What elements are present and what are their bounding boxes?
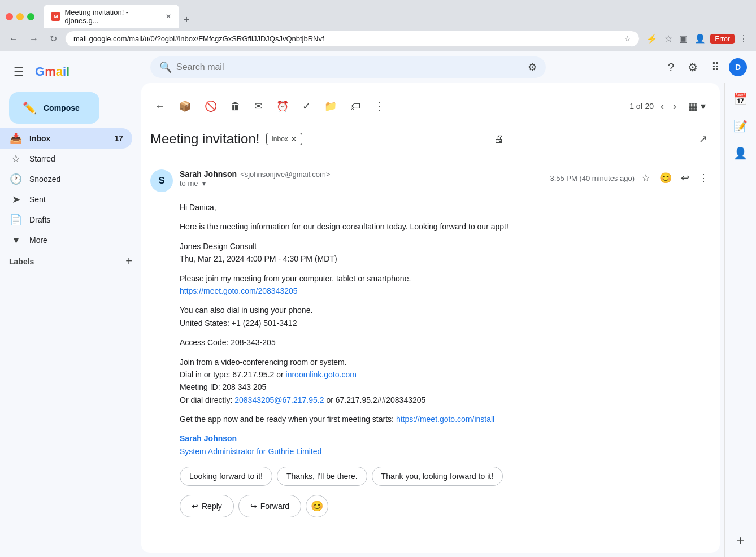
forward-label: Forward (260, 502, 289, 511)
labels-title: Labels (9, 257, 125, 266)
calendar-sidebar-icon[interactable]: 📅 (729, 88, 752, 110)
sidebar: ☰ Gmail ✏️ Compose 📥 Inbox 17 ☆ Starred (0, 51, 141, 557)
action-buttons: ↩ Reply ↪ Forward 😊 (150, 495, 711, 517)
smart-reply-1[interactable]: Looking forward to it! (180, 467, 272, 486)
labels-add-btn[interactable]: + (125, 255, 132, 268)
print-btn[interactable]: 🖨 (490, 130, 507, 149)
search-input[interactable] (176, 62, 523, 72)
inbox-label-badge[interactable]: Inbox ✕ (266, 133, 302, 145)
delete-btn[interactable]: 🗑 (226, 97, 245, 116)
snooze-btn[interactable]: ⏰ (272, 97, 293, 116)
contacts-sidebar-icon[interactable]: 👤 (729, 142, 752, 164)
forward-arrow-icon: ↪ (250, 502, 257, 511)
sidebar-item-inbox[interactable]: 📥 Inbox 17 (0, 128, 132, 149)
install-link[interactable]: https://meet.goto.com/install (396, 415, 494, 424)
back-to-inbox-btn[interactable]: ← (150, 97, 170, 116)
reply-btn-header[interactable]: ↩ (679, 169, 692, 186)
settings-btn[interactable]: ⚙ (683, 56, 702, 79)
more-icon: ▾ (9, 234, 23, 246)
more-label: More (29, 236, 123, 245)
address-icons: ☆ (624, 34, 631, 43)
keep-sidebar-icon[interactable]: 📝 (729, 115, 752, 137)
tab-close-btn[interactable]: ✕ (166, 12, 171, 20)
apps-btn[interactable]: ⠿ (707, 56, 724, 79)
next-email-btn[interactable]: › (671, 98, 679, 115)
sidebar-item-more[interactable]: ▾ More (0, 230, 132, 250)
sidebar-nav: 📥 Inbox 17 ☆ Starred 🕐 Snoozed ➤ Sent 📄 … (0, 128, 141, 250)
to-me-label[interactable]: to me ▾ (180, 179, 206, 188)
labels-section[interactable]: Labels + (0, 250, 141, 272)
add-task-btn[interactable]: ✓ (298, 97, 315, 116)
minimize-window-btn[interactable] (16, 13, 24, 20)
compose-label: Compose (44, 103, 80, 112)
starred-icon: ☆ (9, 153, 23, 165)
refresh-btn[interactable]: ↻ (46, 31, 60, 46)
sender-email: <sjohnsonjive@gmail.com> (240, 170, 330, 179)
email-body: Hi Danica, Here is the meeting informati… (150, 201, 711, 458)
new-window-btn[interactable]: ↗ (696, 129, 711, 149)
sidebar-item-sent[interactable]: ➤ Sent (0, 189, 132, 210)
join-computer-text: Please join my meeting from your compute… (180, 272, 711, 298)
search-bar[interactable]: 🔍 ⚙ (150, 56, 546, 78)
error-badge: Error (710, 34, 735, 44)
hamburger-menu-btn[interactable]: ☰ (9, 60, 28, 83)
view-toggle-btn[interactable]: ▦ ▾ (683, 97, 711, 115)
sidebar-item-drafts[interactable]: 📄 Drafts (0, 210, 132, 230)
pagination: 1 of 20 ‹ › ▦ ▾ (629, 97, 711, 115)
signature: Sarah Johnson System Administrator for G… (180, 432, 711, 458)
compose-button[interactable]: ✏️ Compose (9, 92, 99, 124)
reply-label: Reply (202, 502, 222, 511)
get-app-text: Get the app now and be ready when your f… (180, 413, 711, 425)
message-header: S Sarah Johnson <sjohnsonjive@gmail.com>… (150, 169, 711, 192)
profile-icon[interactable]: 👤 (692, 31, 708, 46)
bookmark-icon[interactable]: ☆ (624, 34, 631, 43)
add-sidebar-app-btn[interactable]: + (732, 528, 749, 553)
forward-btn[interactable]: → (26, 32, 42, 46)
sender-title[interactable]: System Administrator for Guthrie Limited (180, 447, 321, 456)
dial-direct-link[interactable]: 208343205@67.217.95.2 (234, 395, 324, 404)
sender-signature-name[interactable]: Sarah Johnson (180, 434, 237, 443)
extensions-icon[interactable]: ⋮ (737, 31, 750, 46)
mark-unread-btn[interactable]: ✉ (250, 97, 267, 116)
prev-email-btn[interactable]: ‹ (658, 98, 666, 115)
smart-reply-3[interactable]: Thank you, looking forward to it! (372, 467, 503, 486)
message-time: 3:55 PM (40 minutes ago) ☆ 😊 ↩ ⋮ (550, 169, 711, 186)
archive-btn[interactable]: 📦 (174, 97, 195, 116)
browser-action-icons: ⚡ ☆ ▣ 👤 Error ⋮ (644, 31, 750, 46)
smart-reply-2[interactable]: Thanks, I'll be there. (277, 467, 367, 486)
smart-replies: Looking forward to it! Thanks, I'll be t… (150, 467, 711, 486)
emoji-reaction-btn[interactable]: 😊 (306, 495, 328, 517)
email-panel: ← 📦 🚫 🗑 ✉ ⏰ ✓ 📁 🏷 ⋮ 1 of 20 ‹ › ▦ ▾ (141, 83, 720, 553)
new-tab-btn[interactable]: + (179, 12, 194, 28)
help-btn[interactable]: ? (663, 56, 679, 79)
close-window-btn[interactable] (6, 13, 13, 20)
expand-recipients-btn[interactable]: ▾ (202, 180, 206, 188)
more-actions-btn[interactable]: ⋮ (696, 169, 711, 186)
email-message: S Sarah Johnson <sjohnsonjive@gmail.com>… (150, 160, 711, 517)
gmail-tab-icon: M (51, 12, 60, 21)
reply-emoji-btn[interactable]: 😊 (657, 169, 674, 186)
active-tab[interactable]: M Meeting invitation! - djones.g... ✕ (44, 5, 179, 28)
meet-link[interactable]: https://meet.goto.com/208343205 (180, 286, 298, 295)
sidebar-item-snoozed[interactable]: 🕐 Snoozed (0, 169, 132, 189)
report-btn[interactable]: 🚫 (200, 97, 221, 116)
move-to-btn[interactable]: 📁 (320, 97, 341, 116)
forward-button[interactable]: ↪ Forward (238, 495, 301, 517)
search-tune-icon[interactable]: ⚙ (528, 61, 537, 73)
star-email-btn[interactable]: ☆ (639, 169, 653, 186)
user-avatar[interactable]: D (729, 58, 747, 76)
inbox-badge-close-btn[interactable]: ✕ (290, 134, 297, 143)
fullscreen-window-btn[interactable] (27, 13, 34, 20)
bookmark-star-icon[interactable]: ☆ (662, 31, 675, 46)
access-code-text: Access Code: 208-343-205 (180, 336, 711, 349)
reply-button[interactable]: ↩ Reply (180, 495, 234, 517)
address-bar[interactable]: mail.google.com/mail/u/0/?ogbl#inbox/FMf… (65, 31, 640, 47)
sidebar-toggle-icon[interactable]: ▣ (677, 31, 690, 46)
back-btn[interactable]: ← (6, 32, 21, 46)
more-options-btn[interactable]: ⋮ (370, 97, 389, 116)
performance-icon[interactable]: ⚡ (644, 31, 660, 46)
label-btn[interactable]: 🏷 (346, 97, 365, 116)
inroomlink[interactable]: inroomlink.goto.com (286, 370, 357, 379)
to-me-text: to me (180, 179, 198, 188)
sidebar-item-starred[interactable]: ☆ Starred (0, 149, 132, 169)
